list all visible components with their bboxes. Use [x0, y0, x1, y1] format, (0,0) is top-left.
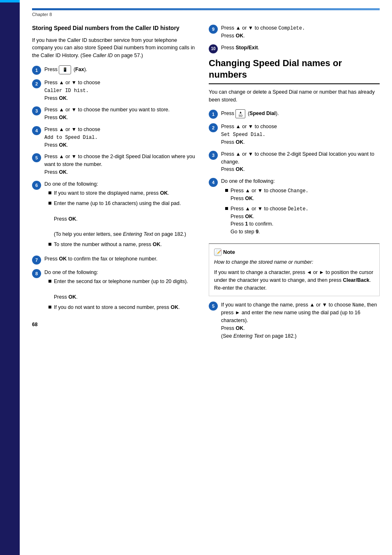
step-num-r2: 2 — [209, 123, 218, 132]
step-r4-bullets: Press ▲ or ▼ to choose Change.Press OK. … — [225, 187, 380, 236]
right-section-title: Changing Speed Dial names or numbers — [209, 58, 380, 84]
step-num-2: 2 — [32, 79, 41, 88]
bullet-icon — [48, 202, 51, 205]
page: Chapter 8 Storing Speed Dial numbers fro… — [0, 0, 392, 555]
left-step-5: 5 Press ▲ or ▼ to choose the 2-digit Spe… — [32, 153, 196, 176]
step-2-content: Press ▲ or ▼ to choose Caller ID hist. P… — [44, 79, 196, 102]
right-step-9: 9 Press ▲ or ▼ to choose Complete. Press… — [209, 24, 380, 40]
right-change-step-5: 5 If you want to change the name, press … — [209, 301, 380, 340]
left-section-title: Storing Speed Dial numbers from the Call… — [32, 24, 196, 32]
bullet-icon — [48, 243, 51, 246]
chapter-label: Chapter 8 — [32, 12, 380, 17]
bullet-icon — [48, 191, 51, 194]
note-icon: 📝 — [214, 249, 221, 256]
step-10-content: Press Stop/Exit. — [221, 44, 380, 52]
page-number: 68 — [32, 322, 196, 327]
note-subtitle: How to change the stored name or number: — [214, 258, 374, 266]
step-9-content: Press ▲ or ▼ to choose Complete. Press O… — [221, 24, 380, 40]
step-r1-content: Press ▲SD (Speed Dial). — [221, 109, 380, 118]
left-step-1: 1 Press 📱 (Fax). — [32, 65, 196, 75]
step-num-r3: 3 — [209, 151, 218, 160]
step-6-bullets: If you want to store the displayed name,… — [48, 189, 196, 248]
bullet-8-2: If you do not want to store a second num… — [48, 304, 196, 311]
bullet-icon — [225, 207, 228, 210]
left-column: Storing Speed Dial numbers from the Call… — [32, 24, 196, 543]
right-change-step-4: 4 Do one of the following: Press ▲ or ▼ … — [209, 177, 380, 238]
bullet-6-1: If you want to store the displayed name,… — [48, 189, 196, 197]
bullet-icon — [225, 189, 228, 192]
step-8-content: Do one of the following: Enter the secon… — [44, 269, 196, 314]
step-8-bullets: Enter the second fax or telephone number… — [48, 278, 196, 311]
bullet-6-2: Enter the name (up to 16 characters) usi… — [48, 200, 196, 238]
step-r2-content: Press ▲ or ▼ to choose Set Speed Dial. P… — [221, 123, 380, 146]
step-num-5: 5 — [32, 153, 41, 162]
bullet-8-1: Enter the second fax or telephone number… — [48, 278, 196, 301]
step-num-10: 10 — [209, 44, 218, 53]
bullet-r4-2: Press ▲ or ▼ to choose Delete.Press OK.P… — [225, 205, 380, 236]
bullet-6-3: To store the number without a name, pres… — [48, 241, 196, 249]
step-7-content: Press OK to confirm the fax or telephone… — [44, 255, 196, 263]
note-body: If you want to change a character, press… — [214, 269, 374, 292]
right-change-step-3: 3 Press ▲ or ▼ to choose the 2-digit Spe… — [209, 150, 380, 173]
step-num-9: 9 — [209, 25, 218, 34]
right-change-step-2: 2 Press ▲ or ▼ to choose Set Speed Dial.… — [209, 123, 380, 146]
left-step-4: 4 Press ▲ or ▼ to choose Add to Speed Di… — [32, 126, 196, 149]
left-step-8: 8 Do one of the following: Enter the sec… — [32, 269, 196, 314]
two-column-layout: Storing Speed Dial numbers from the Call… — [32, 24, 380, 543]
left-step-7: 7 Press OK to confirm the fax or telepho… — [32, 255, 196, 265]
step-num-8: 8 — [32, 269, 41, 278]
accent-bar — [0, 0, 20, 2]
right-section-intro: You can change or delete a Speed Dial na… — [209, 88, 380, 104]
bullet-r4-1: Press ▲ or ▼ to choose Change.Press OK. — [225, 187, 380, 203]
step-6-content: Do one of the following: If you want to … — [44, 180, 196, 251]
step-5-content: Press ▲ or ▼ to choose the 2-digit Speed… — [44, 153, 196, 176]
right-change-step-1: 1 Press ▲SD (Speed Dial). — [209, 109, 380, 119]
step-num-r1: 1 — [209, 110, 218, 119]
left-sidebar — [0, 0, 20, 555]
step-num-r5: 5 — [209, 302, 218, 311]
step-3-content: Press ▲ or ▼ to choose the number you wa… — [44, 106, 196, 122]
speeddial-icon: ▲SD — [235, 109, 245, 118]
right-column: 9 Press ▲ or ▼ to choose Complete. Press… — [209, 24, 380, 543]
left-section-intro: If you have the Caller ID subscriber ser… — [32, 37, 196, 60]
step-num-6: 6 — [32, 181, 41, 190]
step-num-3: 3 — [32, 106, 41, 115]
note-title: 📝 Note — [214, 248, 374, 256]
bullet-icon — [48, 306, 51, 309]
left-step-3: 3 Press ▲ or ▼ to choose the number you … — [32, 106, 196, 122]
step-num-r4: 4 — [209, 178, 218, 187]
left-step-2: 2 Press ▲ or ▼ to choose Caller ID hist.… — [32, 79, 196, 102]
left-step-6: 6 Do one of the following: If you want t… — [32, 180, 196, 251]
top-accent — [32, 8, 380, 10]
note-box: 📝 Note How to change the stored name or … — [209, 243, 380, 297]
step-4-content: Press ▲ or ▼ to choose Add to Speed Dial… — [44, 126, 196, 149]
step-r5-content: If you want to change the name, press ▲ … — [221, 301, 380, 340]
step-r4-content: Do one of the following: Press ▲ or ▼ to… — [221, 177, 380, 238]
step-num-1: 1 — [32, 66, 41, 75]
right-step-10: 10 Press Stop/Exit. — [209, 44, 380, 53]
fax-icon: 📱 — [59, 65, 71, 74]
bullet-icon — [48, 280, 51, 283]
step-num-7: 7 — [32, 256, 41, 265]
step-num-4: 4 — [32, 126, 41, 135]
step-r3-content: Press ▲ or ▼ to choose the 2-digit Speed… — [221, 150, 380, 173]
step-1-content: Press 📱 (Fax). — [44, 65, 196, 74]
main-content: Chapter 8 Storing Speed Dial numbers fro… — [20, 0, 392, 555]
